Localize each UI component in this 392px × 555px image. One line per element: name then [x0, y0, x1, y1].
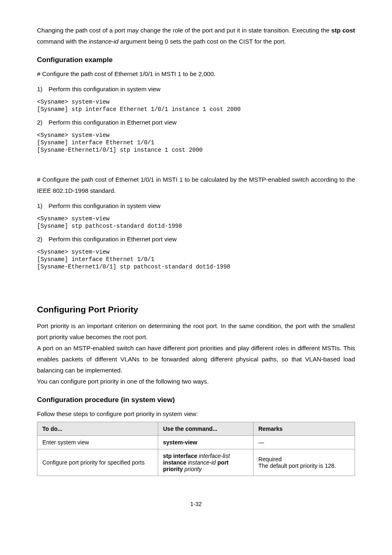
code-line: <Sysname> system-view	[37, 215, 355, 222]
intro-bold-cmd: stp cost	[331, 27, 355, 34]
cmd-italic: instance-id	[188, 459, 216, 466]
table-cell-r1c2: system-view	[158, 436, 253, 449]
example1-item2: 2)Perform this configuration in Ethernet…	[37, 117, 355, 128]
code-line: <Sysname> system-view	[37, 132, 355, 139]
example1-item1: 1)Perform this configuration in system v…	[37, 83, 355, 95]
code-line: [Sysname-Ethernet1/0/1] stp pathcost-sta…	[37, 264, 355, 270]
list-text-sys: Perform this configuration in system vie…	[48, 86, 161, 92]
code-line: [Sysname] stp pathcost-standard dot1d-19…	[37, 223, 355, 229]
remark-default: The default port priority is 128.	[258, 462, 350, 469]
table-row: Configure port priority for specified po…	[37, 449, 355, 476]
page-container: Changing the path cost of a port may cha…	[0, 0, 392, 524]
intro-italic-arg: instance-id	[89, 38, 119, 45]
list-text-eth: Perform this configuration in Ethernet p…	[48, 236, 177, 243]
intro-text-c: command with the	[37, 38, 89, 45]
code-line: <Sysname> system-view	[37, 99, 355, 105]
example2-intro: # Configure the path cost of Ethernet 1/…	[37, 174, 355, 196]
table-cell-r1c3: —	[253, 436, 355, 449]
port-priority-p3: You can configure port priority in one o…	[37, 376, 355, 387]
sys-view-heading: Configuration procedure (in system view)	[37, 396, 355, 404]
table-header-command: Use the command...	[158, 422, 253, 436]
cmd-text: system-view	[163, 439, 197, 446]
table-cell-r2c3: Required The default port priority is 12…	[253, 449, 355, 476]
table-header-todo: To do...	[37, 422, 158, 436]
table-header-row: To do... Use the command... Remarks	[37, 422, 355, 436]
config-table: To do... Use the command... Remarks Ente…	[37, 422, 355, 476]
table-header-remarks: Remarks	[253, 422, 355, 436]
table-row: Enter system view system-view —	[37, 436, 355, 449]
code-line: <Sysname> system-view	[37, 249, 355, 255]
config-example-heading: Configuration example	[37, 56, 355, 64]
table-cell-r2c1: Configure port priority for specified po…	[37, 449, 158, 476]
cmd-italic: priority	[184, 466, 202, 472]
table-cell-r2c2: stp interface interface-list instance in…	[158, 449, 253, 476]
cmd-italic: interface-list	[199, 453, 230, 459]
intro-paragraph: Changing the path cost of a port may cha…	[37, 25, 355, 47]
list-number-1: 1)	[37, 200, 48, 211]
table-cell-r1c1: Enter system view	[37, 436, 158, 449]
example1-intro: # Configure the path cost of Ethernet 1/…	[37, 68, 355, 79]
cmd-bold: instance	[163, 459, 188, 466]
example2-item1: 1)Perform this configuration in system v…	[37, 200, 355, 211]
list-text-eth: Perform this configuration in Ethernet p…	[48, 119, 177, 126]
port-priority-p1: Port priority is an important criterion …	[37, 320, 355, 342]
list-number-2: 2)	[37, 117, 48, 128]
port-priority-p2: A port on an MSTP-enabled switch can hav…	[37, 342, 355, 376]
code-line: [Sysname] interface Ethernet 1/0/1	[37, 256, 355, 263]
example2-item2: 2)Perform this configuration in Ethernet…	[37, 234, 355, 245]
intro-text-e: argument being 0 sets the path cost on t…	[118, 38, 286, 45]
sys-view-intro: Follow these steps to configure port pri…	[37, 408, 355, 419]
remark-required: Required	[258, 456, 350, 462]
list-text-sys: Perform this configuration in system vie…	[48, 202, 161, 209]
code-line: [Sysname] interface Ethernet 1/0/1	[37, 139, 355, 146]
intro-text-a: Changing the path cost of a port may cha…	[37, 27, 331, 34]
cmd-bold: stp interface	[163, 453, 199, 459]
page-number: 1-32	[37, 501, 355, 507]
code-line: [Sysname-Ethernet1/0/1] stp instance 1 c…	[37, 147, 355, 153]
list-number-2: 2)	[37, 234, 48, 245]
code-line: [Sysname] stp interface Ethernet 1/0/1 i…	[37, 106, 355, 113]
port-priority-heading: Configuring Port Priority	[37, 305, 355, 314]
list-number-1: 1)	[37, 83, 48, 95]
